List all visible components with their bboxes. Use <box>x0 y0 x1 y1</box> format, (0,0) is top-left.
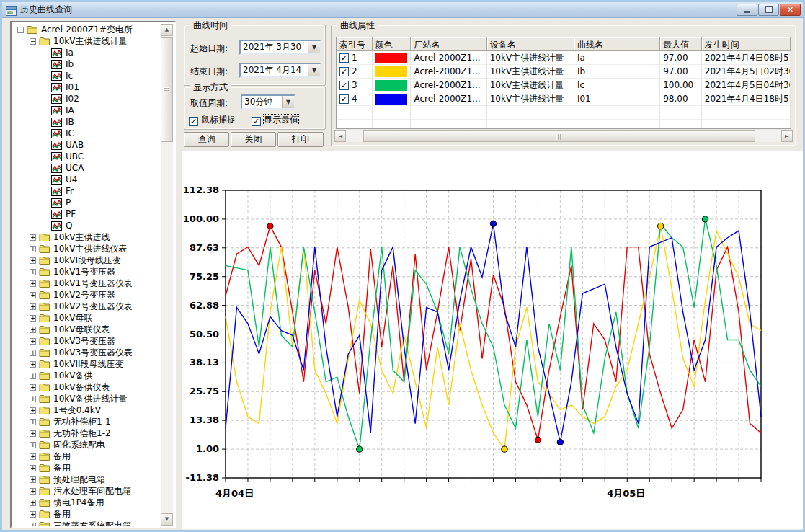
tree-node-label[interactable]: U4 <box>66 174 77 185</box>
tree-expander-expand-icon[interactable]: + <box>30 476 36 483</box>
tree-expander-collapse-icon[interactable]: − <box>30 38 36 45</box>
tree-expander-expand-icon[interactable]: + <box>30 465 36 471</box>
chevron-down-icon[interactable]: ▼ <box>282 96 294 108</box>
column-header[interactable]: 厂站名 <box>411 37 486 51</box>
chevron-down-icon[interactable]: ▼ <box>308 64 320 76</box>
tree-node-label[interactable]: 10kV母联仪表 <box>53 324 110 336</box>
tree-node[interactable]: +备用 <box>13 508 161 520</box>
column-header[interactable]: 最大值 <box>660 37 702 51</box>
tree-node[interactable]: Ib <box>13 58 161 70</box>
tree-node[interactable]: +10kV2号变压器仪表 <box>13 301 161 312</box>
tree-node[interactable]: −Acrel-2000Z1#变电所 <box>13 24 161 35</box>
tree-node-label[interactable]: 备用 <box>53 508 71 520</box>
tree-node[interactable]: +10kV母联仪表 <box>13 324 161 335</box>
minimize-button[interactable] <box>737 4 757 16</box>
tree-expander-collapse-icon[interactable]: − <box>17 27 24 33</box>
tree-node-label[interactable]: 10kV3号变压器 <box>53 335 115 347</box>
tree-node[interactable]: P <box>13 197 161 208</box>
restore-button[interactable] <box>758 4 779 16</box>
column-header[interactable]: 曲线名 <box>574 37 660 51</box>
tree-node[interactable]: IA <box>13 105 161 116</box>
tree-node[interactable]: +10kV3号变压器 <box>13 335 161 347</box>
chevron-down-icon[interactable]: ▼ <box>308 41 320 53</box>
tree-node[interactable]: +备用 <box>13 451 161 462</box>
tree-node[interactable]: I01 <box>13 81 161 93</box>
tree-expander-expand-icon[interactable]: + <box>30 292 36 298</box>
tree-node-label[interactable]: Q <box>66 221 72 231</box>
row-checkbox[interactable]: ✓ <box>339 81 349 90</box>
tree-expander-expand-icon[interactable]: + <box>30 327 36 333</box>
tree-node[interactable]: +10kVII段母线压变 <box>13 358 161 370</box>
tree-expander-expand-icon[interactable]: + <box>30 246 36 252</box>
tree-node[interactable]: UAB <box>13 139 161 151</box>
tree-node-label[interactable]: UAB <box>66 140 84 150</box>
tree-node[interactable]: +10kV主供进线 <box>13 231 161 243</box>
tree-node[interactable]: +10kV备供 <box>13 370 161 381</box>
scroll-up-arrow-icon[interactable]: ▲ <box>161 24 173 36</box>
row-index-cell[interactable]: ✓2 <box>337 65 373 79</box>
row-index-cell[interactable]: ✓1 <box>337 51 373 65</box>
show-extremes-option[interactable]: ✓显示最值 <box>252 114 298 126</box>
tree-node[interactable]: +三效蒸发系统配电箱 <box>13 520 161 526</box>
tree-node[interactable]: +1号变0.4kV <box>13 404 161 416</box>
tree-expander-expand-icon[interactable]: + <box>30 269 36 275</box>
tree-scrollbar-thumb[interactable] <box>161 37 173 142</box>
tree-node-label[interactable]: PF <box>66 209 76 219</box>
tree-node[interactable]: +固化系统配电 <box>13 439 161 451</box>
tree-expander-expand-icon[interactable]: + <box>30 396 36 402</box>
tree-expander-expand-icon[interactable]: + <box>30 303 36 310</box>
tree-node-label[interactable]: Ib <box>66 59 74 69</box>
scroll-left-arrow-icon[interactable]: ◄ <box>334 130 346 142</box>
tree-node-label[interactable]: IC <box>66 128 74 138</box>
tree-node-label[interactable]: UCA <box>66 163 84 173</box>
tree-node[interactable]: +预处理配电箱 <box>13 474 161 485</box>
mouse-capture-option[interactable]: ✓鼠标捕捉 <box>189 114 236 126</box>
tree-expander-expand-icon[interactable]: + <box>30 419 36 425</box>
tree-expander-expand-icon[interactable]: + <box>30 373 36 379</box>
tree-node-label[interactable]: 10kV3号变压器仪表 <box>53 347 133 359</box>
table-horizontal-scrollbar[interactable]: ◄ ► <box>334 130 793 142</box>
tree-node-label[interactable]: Ia <box>66 48 74 58</box>
show-extremes-checkbox[interactable]: ✓ <box>252 117 261 126</box>
sample-period-dropdown[interactable]: 30分钟 ▼ <box>241 94 295 110</box>
tree-node[interactable]: +无功补偿柜1-1 <box>13 416 161 427</box>
print-button[interactable]: 打印 <box>277 132 324 147</box>
tree-node[interactable]: IC <box>13 128 161 139</box>
tree-node-label[interactable]: 10kV主供进线计量 <box>53 35 127 48</box>
tree-node-label[interactable]: 备用 <box>53 451 71 463</box>
table-scrollbar-thumb[interactable] <box>363 130 755 142</box>
tree-node-label[interactable]: 预处理配电箱 <box>53 474 105 486</box>
tree-node-label[interactable]: 备用 <box>53 462 71 474</box>
tree-node-label[interactable]: 1号变0.4kV <box>53 404 101 417</box>
tree-node-label[interactable]: IA <box>66 105 74 115</box>
tree-node-label[interactable]: 污水处理车间配电箱 <box>53 485 131 497</box>
tree-node[interactable]: U4 <box>13 174 161 185</box>
tree-node[interactable]: Fr <box>13 185 161 197</box>
tree-node-label[interactable]: 10kVII段母线压变 <box>53 358 124 371</box>
row-checkbox[interactable]: ✓ <box>339 53 349 63</box>
tree-node-label[interactable]: UBC <box>66 151 84 161</box>
tree-expander-expand-icon[interactable]: + <box>30 500 36 506</box>
tree-node[interactable]: +备用 <box>13 462 161 474</box>
tree-expander-expand-icon[interactable]: + <box>30 384 36 391</box>
tree-expander-expand-icon[interactable]: + <box>30 488 36 495</box>
table-row[interactable]: ✓1Acrel-2000Z1...10kV主供进线计量Ia97.002021年4… <box>337 51 791 65</box>
tree-expander-expand-icon[interactable]: + <box>30 523 36 526</box>
row-checkbox[interactable]: ✓ <box>339 94 349 104</box>
column-header[interactable]: 颜色 <box>373 37 412 51</box>
tree-node-label[interactable]: 10kV备供 <box>53 370 92 382</box>
tree-node-label[interactable]: I02 <box>66 94 79 104</box>
tree-node[interactable]: −10kV主供进线计量 <box>13 35 161 47</box>
tree-node[interactable]: +10kV备供仪表 <box>13 381 161 393</box>
tree-expander-expand-icon[interactable]: + <box>30 442 36 448</box>
tree-node[interactable]: UBC <box>13 151 161 162</box>
tree-expander-expand-icon[interactable]: + <box>30 407 36 414</box>
end-date-dropdown[interactable]: 2021年 4月14 ▼ <box>239 63 321 78</box>
tree-node-label[interactable]: 固化系统配电 <box>53 439 105 451</box>
tree-node[interactable]: +10kV备供进线计量 <box>13 393 161 404</box>
table-row[interactable]: ✓3Acrel-2000Z1...10kV主供进线计量Ic100.002021年… <box>337 79 791 92</box>
tree-node[interactable]: Ic <box>13 70 161 81</box>
tree-expander-expand-icon[interactable]: + <box>30 257 36 264</box>
table-row[interactable]: ✓4Acrel-2000Z1...10kV主供进线计量I0198.002021年… <box>337 92 791 106</box>
row-checkbox[interactable]: ✓ <box>339 67 349 76</box>
